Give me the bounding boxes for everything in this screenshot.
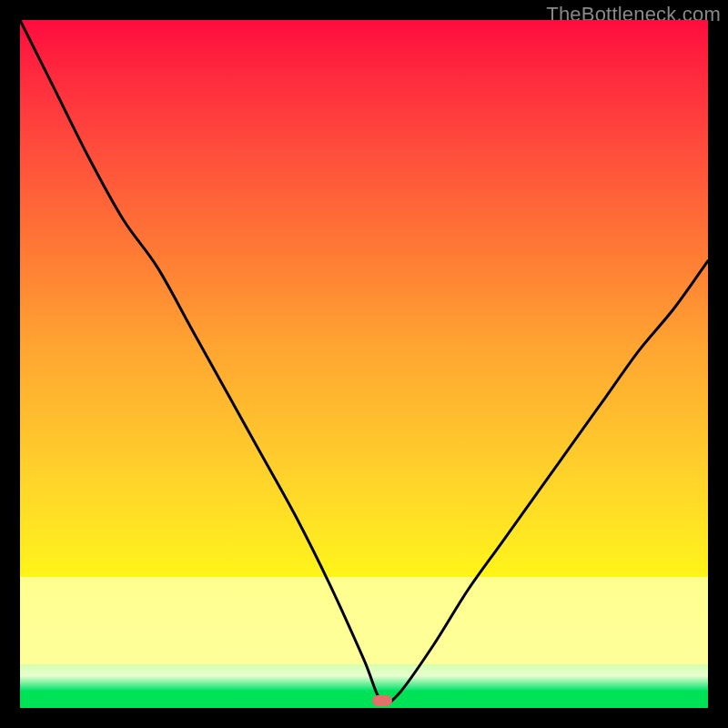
chart-frame: TheBottleneck.com bbox=[0, 0, 728, 728]
optimal-marker bbox=[372, 695, 392, 706]
bottleneck-curve bbox=[20, 20, 708, 708]
plot-area bbox=[20, 20, 708, 708]
curve-path bbox=[20, 20, 708, 704]
